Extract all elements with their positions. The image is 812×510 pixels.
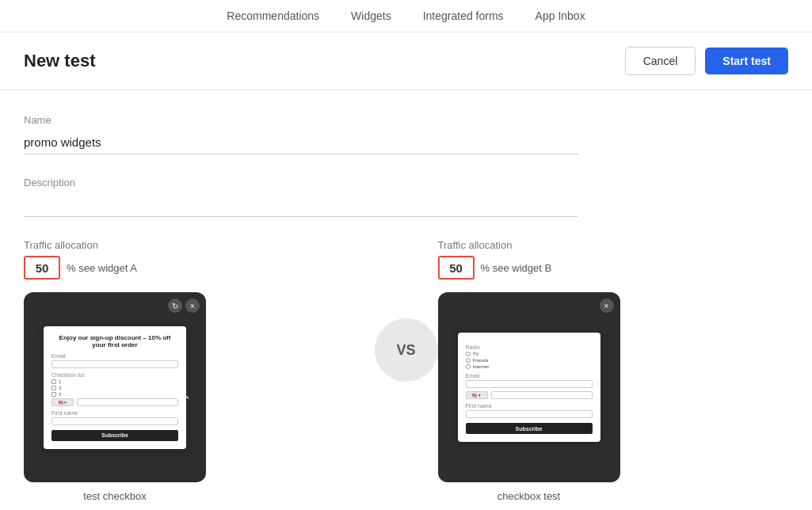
variant-b-radio-1: TV xyxy=(466,352,593,356)
variant-b-phone-input xyxy=(491,391,593,399)
nav-item-app-inbox[interactable]: App Inbox xyxy=(536,10,585,22)
variant-a-traffic-suffix: % see widget A xyxy=(67,262,137,274)
variant-b-email-input xyxy=(466,380,593,388)
variant-a-close-icon[interactable]: × xyxy=(185,299,200,313)
name-field-group: Name xyxy=(24,114,788,154)
vs-divider: VS xyxy=(375,318,438,382)
variant-a-preview: × ↻ ↖ Enjoy our sign-up discount – 10% o… xyxy=(24,292,206,482)
variant-a-traffic-label: Traffic allocation xyxy=(24,239,98,251)
nav-item-recommendations[interactable]: Recommendations xyxy=(227,10,319,22)
name-input[interactable] xyxy=(24,131,578,154)
variant-b-phone-flag: 🇺🇸 ▾ xyxy=(466,391,488,399)
description-field-group: Description xyxy=(24,177,788,217)
variant-a-traffic-row: % see widget A xyxy=(24,256,137,280)
nav-item-integrated-forms[interactable]: Integrated forms xyxy=(423,10,504,22)
variant-b-radio-label-3: Internet xyxy=(473,364,489,369)
variant-a-checkbox-box-1 xyxy=(51,379,56,384)
variant-b-preview: × Radio TV Friends xyxy=(438,292,620,482)
variant-b-firstname-label: First name xyxy=(466,403,593,409)
variant-a-checkbox-box-2 xyxy=(51,386,56,390)
variant-b-col: Traffic allocation % see widget B × Radi… xyxy=(438,239,789,502)
variant-a-widget-header: Enjoy our sign-up discount – 10% off you… xyxy=(51,334,178,348)
variant-a-firstname-label: First name xyxy=(51,410,178,416)
description-input[interactable] xyxy=(24,193,578,217)
variant-b-traffic-row: % see widget B xyxy=(438,256,552,280)
variant-b-name: checkbox test xyxy=(438,490,620,502)
variant-a-checkbox-2: 2 xyxy=(51,386,178,390)
variant-a-email-label: Email xyxy=(51,353,178,359)
variant-b-radio-label: Radio xyxy=(466,344,593,350)
variant-a-checkbox-3: 3 xyxy=(51,392,178,397)
name-label: Name xyxy=(24,114,788,126)
variant-a-col: Traffic allocation % see widget A × ↻ ↖ … xyxy=(24,239,375,502)
variant-b-radio-label-2: Friends xyxy=(473,358,489,363)
variant-b-widget-inner: Radio TV Friends Internet xyxy=(458,333,600,442)
variant-a-checkbox-box-3 xyxy=(51,392,56,397)
page-title: New test xyxy=(24,51,95,71)
variant-a-refresh-icon[interactable]: ↻ xyxy=(168,299,182,313)
variant-a-checkbox-1: 1 xyxy=(51,379,178,384)
variant-a-firstname-input xyxy=(51,417,178,425)
variant-b-traffic-label: Traffic allocation xyxy=(438,239,513,251)
variant-b-radio-label-1: TV xyxy=(473,352,479,356)
variant-a-checkbox-text-3: 3 xyxy=(59,392,61,397)
start-test-button[interactable]: Start test xyxy=(705,48,788,74)
description-label: Description xyxy=(24,177,788,188)
variant-a-email-input xyxy=(51,360,178,368)
variant-a-checkbox-text-2: 2 xyxy=(59,386,61,390)
main-content: Name Description Traffic allocation % se… xyxy=(0,90,812,510)
variant-b-firstname-input xyxy=(466,410,593,418)
variant-b-radio-btn-3 xyxy=(466,364,471,369)
variant-b-email-label: Email xyxy=(466,373,593,379)
variant-b-close-icon[interactable]: × xyxy=(600,299,614,313)
page-header: New test Cancel Start test xyxy=(0,32,812,90)
variant-b-radio-group: TV Friends Internet xyxy=(466,352,593,369)
variant-b-radio-btn-1 xyxy=(466,352,471,356)
variant-b-radio-btn-2 xyxy=(466,358,471,363)
variant-b-subscribe-btn[interactable]: Subscribe xyxy=(466,423,593,434)
variant-a-checkbox-label: Checkbox list xyxy=(51,372,178,378)
variant-a-widget-inner: Enjoy our sign-up discount – 10% off you… xyxy=(44,326,186,449)
variant-b-radio-3: Internet xyxy=(466,364,593,369)
header-actions: Cancel Start test xyxy=(625,47,788,75)
variant-a-phone-row: 🇺🇸 ▾ xyxy=(51,398,178,406)
variant-a-subscribe-btn[interactable]: Subscribe xyxy=(51,430,178,441)
variant-a-name: test checkbox xyxy=(24,490,206,502)
cancel-button[interactable]: Cancel xyxy=(625,47,696,75)
variant-b-traffic-input[interactable] xyxy=(438,256,475,280)
nav-item-widgets[interactable]: Widgets xyxy=(351,10,391,22)
top-nav: Recommendations Widgets Integrated forms… xyxy=(0,0,812,32)
variant-a-checkbox-text-1: 1 xyxy=(59,379,61,384)
variant-a-traffic-input[interactable] xyxy=(24,256,60,280)
variant-a-phone-flag: 🇺🇸 ▾ xyxy=(51,398,74,406)
variant-b-phone-row: 🇺🇸 ▾ xyxy=(466,391,593,399)
variant-b-radio-2: Friends xyxy=(466,358,593,363)
variant-b-traffic-suffix: % see widget B xyxy=(481,262,552,274)
ab-test-section: Traffic allocation % see widget A × ↻ ↖ … xyxy=(24,239,788,502)
variant-a-phone-input xyxy=(77,398,178,406)
